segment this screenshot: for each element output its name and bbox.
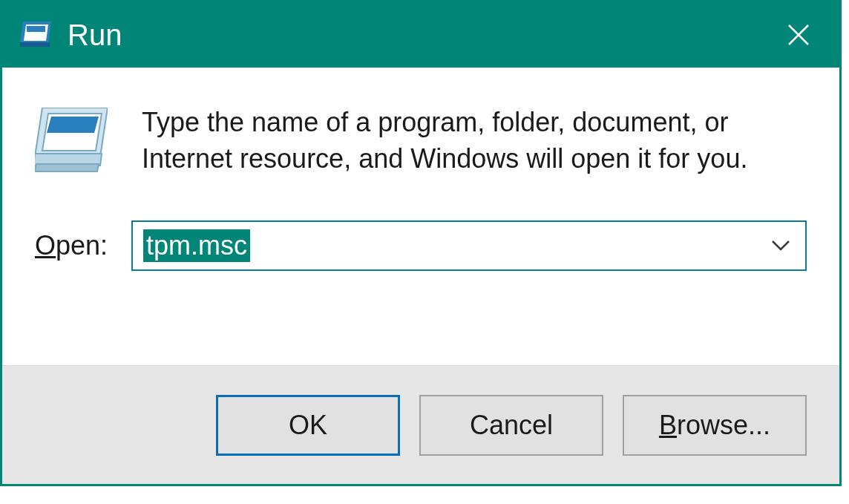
description-row: Type the name of a program, folder, docu… — [35, 105, 807, 177]
run-icon — [35, 105, 108, 177]
run-dialog: Run Type the name of a program, folder, … — [0, 0, 842, 486]
open-input-value: tpm.msc — [143, 229, 250, 261]
svg-rect-2 — [27, 26, 45, 32]
titlebar: Run — [2, 2, 839, 68]
cancel-button[interactable]: Cancel — [419, 395, 603, 456]
open-input[interactable]: tpm.msc — [143, 222, 758, 269]
open-label: Open: — [35, 230, 131, 261]
dropdown-button[interactable] — [767, 232, 795, 260]
button-bar: OK Cancel Browse... — [2, 365, 839, 484]
dialog-content: Type the name of a program, folder, docu… — [2, 68, 839, 298]
open-combobox[interactable]: tpm.msc — [131, 220, 807, 271]
cancel-button-label: Cancel — [470, 410, 553, 441]
ok-button[interactable]: OK — [216, 395, 400, 456]
browse-button-label: Browse... — [659, 410, 770, 441]
chevron-down-icon — [771, 240, 790, 252]
window-title: Run — [68, 19, 122, 52]
svg-marker-8 — [47, 117, 99, 133]
close-button[interactable] — [758, 2, 839, 68]
close-icon — [786, 22, 811, 48]
run-title-icon — [20, 19, 51, 50]
description-text: Type the name of a program, folder, docu… — [142, 105, 807, 177]
open-row: Open: tpm.msc — [35, 220, 807, 271]
browse-button[interactable]: Browse... — [623, 395, 807, 456]
ok-button-label: OK — [289, 410, 327, 441]
svg-marker-10 — [35, 164, 99, 171]
svg-rect-3 — [20, 42, 50, 47]
